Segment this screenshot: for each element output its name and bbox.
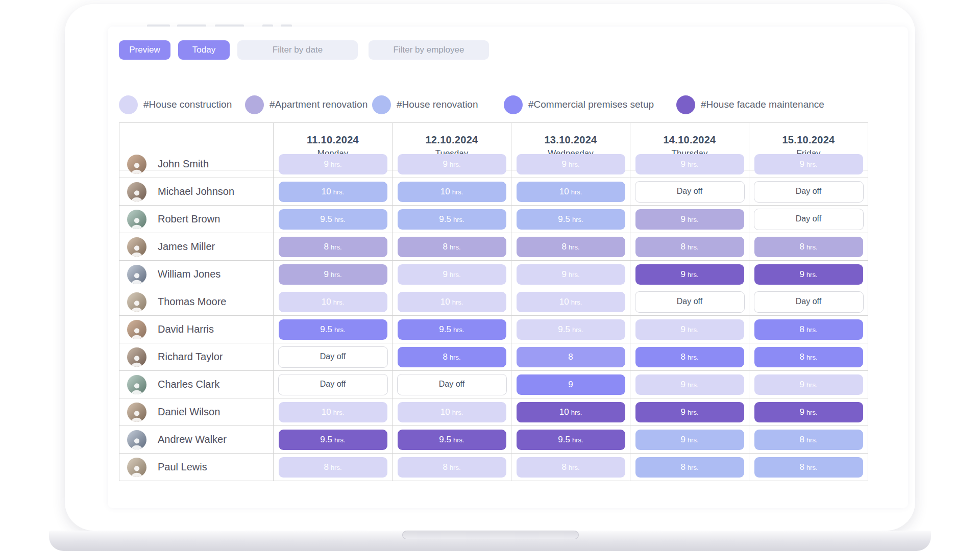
hours-pill[interactable]: 9 hrs. [279, 264, 387, 285]
day-off-label: Day off [320, 347, 346, 366]
schedule-cell: Day off [274, 371, 393, 398]
hours-pill[interactable]: 8 hrs. [754, 237, 863, 257]
hours-value: 9 [680, 374, 685, 395]
hours-pill[interactable]: 9 hrs. [754, 374, 863, 395]
hours-pill[interactable]: 10 hrs. [279, 182, 387, 202]
hours-pill[interactable]: 9.5 hrs. [398, 430, 506, 450]
hours-unit: hrs. [806, 237, 818, 258]
hours-pill[interactable]: 9 hrs. [635, 402, 744, 422]
employee-cell: Robert Brown [119, 206, 274, 233]
day-off-pill[interactable]: Day off [278, 346, 388, 368]
hours-pill[interactable]: 8 hrs. [635, 237, 744, 257]
hours-unit: hrs. [450, 347, 461, 368]
schedule-cell: 8 hrs. [749, 454, 868, 481]
hours-pill[interactable]: 9 hrs. [517, 264, 625, 285]
hours-pill[interactable]: 9.5 hrs. [517, 209, 625, 230]
hours-unit: hrs. [333, 403, 345, 423]
preview-button[interactable]: Preview [119, 40, 170, 60]
hours-pill[interactable]: 9 hrs. [635, 430, 744, 450]
hours-pill[interactable]: 10 hrs. [517, 402, 625, 422]
hours-pill[interactable]: 10 hrs. [279, 292, 387, 312]
day-off-pill[interactable]: Day off [754, 291, 864, 313]
hours-pill[interactable]: 9 hrs. [754, 402, 863, 422]
day-off-pill[interactable]: Day off [754, 181, 864, 203]
hours-pill[interactable]: 10 hrs. [279, 402, 387, 422]
hours-unit: hrs. [806, 265, 818, 285]
hours-pill[interactable]: 9.5 hrs. [279, 209, 387, 230]
schedule-cell: 9.5 hrs. [274, 206, 393, 233]
day-off-pill[interactable]: Day off [635, 181, 745, 203]
hours-value: 9.5 [558, 209, 570, 230]
employee-name: John Smith [158, 158, 209, 170]
hours-pill[interactable]: 10 hrs. [517, 292, 625, 312]
day-off-label: Day off [796, 292, 821, 311]
hours-value: 9.5 [439, 319, 451, 340]
hours-pill[interactable]: 9 hrs. [279, 154, 387, 174]
hours-pill[interactable]: 9.5 hrs. [398, 319, 506, 340]
today-button[interactable]: Today [178, 40, 230, 60]
hours-pill[interactable]: 9.5 hrs. [398, 209, 506, 230]
hours-pill[interactable]: 9 hrs. [635, 264, 744, 285]
hours-pill[interactable]: 8 hrs. [754, 457, 863, 478]
hours-pill[interactable]: 9 hrs. [754, 154, 863, 174]
day-off-pill[interactable]: Day off [635, 291, 745, 313]
employee-cell: Richard Taylor [119, 343, 274, 371]
hours-pill[interactable]: 9 hrs. [635, 209, 744, 230]
hours-unit: hrs. [331, 265, 342, 285]
hours-pill[interactable]: 8 hrs. [754, 430, 863, 450]
hours-value: 8 [799, 457, 804, 478]
day-off-pill[interactable]: Day off [397, 374, 507, 395]
hours-pill[interactable]: 9 hrs. [635, 154, 744, 174]
hours-pill[interactable]: 8 hrs. [279, 237, 387, 257]
hours-pill[interactable]: 9 hrs. [635, 319, 744, 340]
hours-pill[interactable]: 9 hrs. [635, 374, 744, 395]
hours-pill[interactable]: 10 hrs. [398, 402, 506, 422]
legend-label: #Apartment renovation [270, 99, 368, 110]
hours-pill[interactable]: 9.5 hrs. [279, 319, 387, 340]
hours-pill[interactable]: 8 hrs. [279, 457, 387, 478]
hours-pill[interactable]: 8 hrs. [398, 457, 506, 478]
hours-pill[interactable]: 10 hrs. [398, 292, 506, 312]
hours-pill[interactable]: 8 hrs. [635, 347, 744, 367]
hours-pill[interactable]: 8 hrs. [754, 319, 863, 340]
hours-pill[interactable]: 8 hrs. [517, 457, 625, 478]
hours-unit: hrs. [688, 155, 699, 175]
hours-pill[interactable]: 9 [517, 374, 625, 395]
schedule-cell: 10 hrs. [274, 398, 393, 426]
hours-pill[interactable]: 8 hrs. [635, 457, 744, 478]
hours-value: 9 [799, 264, 804, 285]
filter-by-employee-button[interactable]: Filter by employee [369, 40, 489, 60]
hours-pill[interactable]: 8 [517, 347, 625, 367]
hours-pill[interactable]: 8 hrs. [754, 347, 863, 367]
filter-by-date-button[interactable]: Filter by date [237, 40, 358, 60]
hours-pill[interactable]: 8 hrs. [517, 237, 625, 257]
employee-cell: Thomas Moore [119, 288, 274, 316]
schedule-cell: 10 hrs. [511, 288, 630, 316]
avatar [127, 320, 146, 339]
hours-value: 10 [440, 402, 450, 422]
hours-unit: hrs. [569, 155, 580, 175]
hours-pill[interactable]: 10 hrs. [517, 182, 625, 202]
hours-unit: hrs. [688, 403, 699, 423]
day-off-pill[interactable]: Day off [754, 209, 864, 230]
hours-pill[interactable]: 9.5 hrs. [517, 319, 625, 340]
hours-pill[interactable]: 9 hrs. [517, 154, 625, 174]
hours-pill[interactable]: 10 hrs. [398, 182, 506, 202]
hours-pill[interactable]: 8 hrs. [398, 237, 506, 257]
hours-value: 8 [443, 457, 447, 478]
schedule-cell: 8 [511, 343, 630, 371]
avatar [127, 210, 146, 229]
hours-pill[interactable]: 8 hrs. [398, 347, 506, 367]
hours-pill[interactable]: 9 hrs. [398, 264, 506, 285]
employee-name: Daniel Wilson [158, 406, 220, 418]
schedule-cell: Day off [274, 343, 393, 371]
hours-unit: hrs. [571, 403, 582, 423]
hours-value: 9 [324, 154, 328, 174]
hours-pill[interactable]: 9.5 hrs. [517, 430, 625, 450]
hours-pill[interactable]: 9 hrs. [398, 154, 506, 174]
day-off-pill[interactable]: Day off [278, 374, 388, 395]
hours-pill[interactable]: 9 hrs. [754, 264, 863, 285]
hours-value: 10 [322, 292, 331, 312]
hours-pill[interactable]: 9.5 hrs. [279, 430, 387, 450]
schedule-cell: 8 hrs. [393, 454, 511, 481]
